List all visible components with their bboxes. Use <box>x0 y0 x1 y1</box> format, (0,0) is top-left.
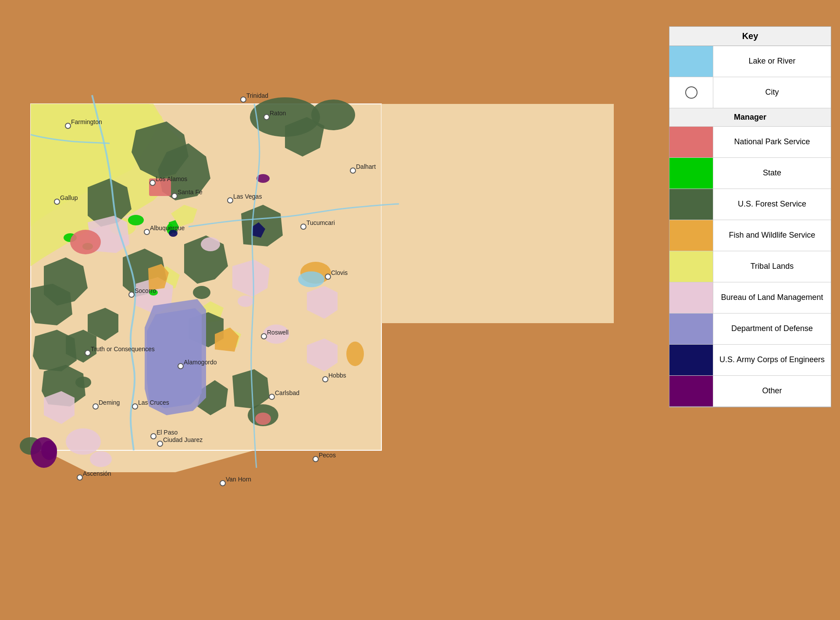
svg-point-30 <box>75 377 91 388</box>
tribal-label: Tribal Lands <box>713 258 831 275</box>
legend-row-forest: U.S. Forest Service <box>669 189 831 220</box>
svg-point-82 <box>301 224 306 229</box>
svg-text:Hobbs: Hobbs <box>328 372 346 379</box>
lake-river-label: Lake or River <box>713 53 831 70</box>
svg-point-100 <box>93 404 98 409</box>
blm-label: Bureau of Land Management <box>713 289 831 306</box>
svg-point-66 <box>241 97 246 102</box>
svg-point-96 <box>323 377 328 382</box>
svg-text:Dalhart: Dalhart <box>356 163 376 170</box>
army-corps-label: U.S. Army Corps of Engineers <box>713 351 831 368</box>
svg-point-72 <box>350 168 356 173</box>
svg-marker-45 <box>147 308 202 408</box>
svg-point-42 <box>238 296 253 307</box>
army-corps-swatch <box>669 345 713 375</box>
svg-point-104 <box>151 434 156 439</box>
svg-point-41 <box>201 237 220 251</box>
svg-point-74 <box>54 199 60 204</box>
svg-rect-3 <box>381 104 614 323</box>
svg-point-58 <box>255 413 271 425</box>
svg-text:Trinidad: Trinidad <box>246 92 268 99</box>
svg-point-65 <box>298 271 324 287</box>
svg-text:Deming: Deming <box>99 399 120 406</box>
lake-river-swatch <box>669 46 713 77</box>
svg-point-106 <box>157 441 163 446</box>
svg-text:Los Alamos: Los Alamos <box>156 175 187 182</box>
manager-header: Manager <box>669 108 831 127</box>
dod-label: Department of Defense <box>713 320 831 337</box>
city-circle-icon <box>685 86 698 99</box>
svg-point-110 <box>220 481 225 486</box>
city-icon-container <box>669 77 713 108</box>
svg-point-80 <box>228 198 233 203</box>
svg-text:Las Vegas: Las Vegas <box>233 193 262 200</box>
svg-point-86 <box>325 274 331 279</box>
svg-point-57 <box>70 230 101 254</box>
svg-text:Roswell: Roswell <box>267 329 288 336</box>
legend-row-tribal: Tribal Lands <box>669 251 831 282</box>
svg-point-68 <box>264 114 269 120</box>
tribal-swatch <box>669 251 713 282</box>
nps-label: National Park Service <box>713 133 831 150</box>
svg-text:Ciudad Juarez: Ciudad Juarez <box>163 436 203 443</box>
blm-swatch <box>669 282 713 313</box>
svg-point-70 <box>65 123 71 128</box>
svg-point-112 <box>77 475 82 480</box>
svg-point-90 <box>261 334 267 339</box>
svg-text:Raton: Raton <box>270 110 286 117</box>
svg-text:Socorro: Socorro <box>135 287 156 294</box>
svg-point-38 <box>66 428 101 455</box>
nps-swatch <box>669 127 713 157</box>
legend-row-fws: Fish and Wildlife Service <box>669 220 831 251</box>
forest-swatch <box>669 189 713 220</box>
svg-text:Gallup: Gallup <box>60 194 78 201</box>
svg-text:Truth or Consequences: Truth or Consequences <box>91 346 155 353</box>
svg-text:Pecos: Pecos <box>319 452 336 459</box>
svg-point-54 <box>346 342 364 366</box>
svg-point-88 <box>129 292 134 297</box>
legend-row-state: State <box>669 158 831 189</box>
legend-row-lake: Lake or River <box>669 46 831 77</box>
legend-row-dod: Department of Defense <box>669 314 831 345</box>
svg-text:Albuquerque: Albuquerque <box>150 224 185 232</box>
svg-text:Santa Fe: Santa Fe <box>178 189 203 196</box>
legend-row-blm: Bureau of Land Management <box>669 282 831 314</box>
state-swatch <box>669 158 713 189</box>
svg-text:Las Cruces: Las Cruces <box>138 399 169 406</box>
legend: Key Lake or River City Manager National … <box>669 26 831 407</box>
svg-point-94 <box>178 363 183 369</box>
svg-text:Tucumcari: Tucumcari <box>306 219 335 226</box>
svg-point-78 <box>172 193 177 199</box>
other-label: Other <box>713 382 831 399</box>
fws-swatch <box>669 220 713 251</box>
svg-point-47 <box>128 215 144 225</box>
svg-point-92 <box>85 350 90 356</box>
state-label: State <box>713 164 831 182</box>
svg-point-84 <box>144 229 149 235</box>
forest-label: U.S. Forest Service <box>713 196 831 213</box>
map-container: Trinidad Raton Farmington Dalhart Gallup… <box>0 0 649 620</box>
svg-text:Farmington: Farmington <box>71 118 102 125</box>
legend-row-army-corps: U.S. Army Corps of Engineers <box>669 345 831 376</box>
legend-row-nps: National Park Service <box>669 127 831 158</box>
svg-point-63 <box>41 441 57 460</box>
svg-point-108 <box>313 456 318 462</box>
svg-point-39 <box>90 451 112 467</box>
fws-label: Fish and Wildlife Service <box>713 227 831 244</box>
svg-text:Alamogordo: Alamogordo <box>184 359 217 366</box>
svg-text:Van Horn: Van Horn <box>226 476 251 483</box>
svg-point-29 <box>193 286 210 299</box>
svg-point-98 <box>269 394 274 399</box>
svg-text:Ascensión: Ascensión <box>83 470 111 477</box>
legend-row-other: Other <box>669 376 831 407</box>
map-svg: Trinidad Raton Farmington Dalhart Gallup… <box>0 0 649 620</box>
legend-title: Key <box>669 27 831 46</box>
other-swatch <box>669 376 713 406</box>
city-label: City <box>713 84 831 101</box>
svg-text:Carlsbad: Carlsbad <box>275 389 299 396</box>
svg-point-102 <box>132 404 138 409</box>
svg-point-76 <box>150 180 155 185</box>
legend-row-city: City <box>669 77 831 108</box>
dod-swatch <box>669 314 713 344</box>
svg-text:El Paso: El Paso <box>157 429 178 436</box>
